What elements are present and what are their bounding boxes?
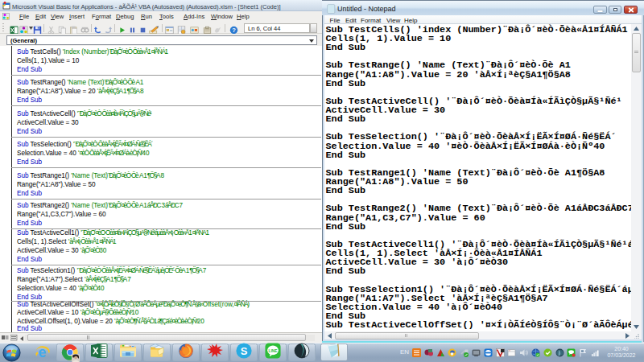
svg-text:LINE: LINE <box>269 349 278 353</box>
svg-text:S: S <box>241 345 248 357</box>
svg-text:?: ? <box>232 27 236 34</box>
